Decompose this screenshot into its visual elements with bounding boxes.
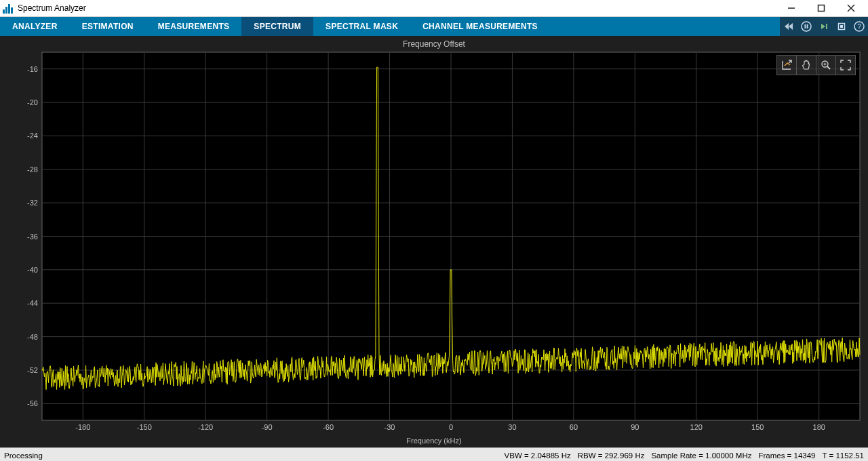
svg-marker-9 (821, 24, 825, 29)
svg-text:-32: -32 (27, 199, 38, 207)
window-title: Spectrum Analyzer (18, 3, 86, 13)
tab-spectrum[interactable]: SPECTRUM (241, 17, 313, 36)
titlebar: Spectrum Analyzer (0, 0, 868, 17)
tab-spectral-mask[interactable]: SPECTRAL MASK (313, 17, 410, 36)
svg-marker-4 (785, 23, 789, 30)
close-button[interactable] (842, 1, 860, 15)
tab-channel-measurements[interactable]: CHANNEL MEASUREMENTS (410, 17, 550, 36)
svg-text:-120: -120 (198, 423, 213, 431)
svg-text:-56: -56 (27, 399, 38, 407)
svg-text:-52: -52 (27, 366, 38, 374)
svg-text:180: 180 (813, 423, 825, 431)
svg-text:-30: -30 (384, 423, 395, 431)
svg-line-66 (827, 66, 830, 69)
status-time: T = 1152.51 (823, 452, 865, 460)
svg-rect-10 (826, 24, 827, 29)
svg-rect-12 (840, 25, 843, 28)
status-rbw: RBW = 292.969 Hz (578, 452, 645, 460)
svg-text:-36: -36 (27, 233, 38, 241)
svg-text:-60: -60 (323, 423, 334, 431)
svg-text:-90: -90 (262, 423, 273, 431)
svg-text:-44: -44 (27, 299, 38, 307)
tab-estimation[interactable]: ESTIMATION (70, 17, 146, 36)
status-bar: Processing VBW = 2.04885 Hz RBW = 292.96… (0, 447, 868, 461)
pan-icon[interactable] (796, 56, 816, 75)
svg-text:120: 120 (690, 423, 703, 431)
svg-text:?: ? (857, 23, 861, 31)
svg-point-6 (802, 22, 811, 31)
svg-text:-24: -24 (27, 132, 38, 140)
svg-text:150: 150 (751, 423, 764, 431)
svg-rect-8 (807, 24, 808, 28)
svg-text:-28: -28 (27, 165, 38, 174)
app-icon (3, 3, 14, 14)
spectrum-plot[interactable]: -180-150-120-90-60-300306090120150180-56… (0, 36, 868, 447)
svg-text:0: 0 (449, 423, 453, 431)
maximize-button[interactable] (812, 1, 830, 15)
svg-text:90: 90 (631, 423, 639, 431)
status-left: Processing (4, 452, 43, 460)
svg-rect-7 (805, 24, 806, 28)
svg-text:-16: -16 (27, 65, 38, 73)
svg-text:-150: -150 (137, 423, 152, 431)
svg-rect-1 (818, 5, 825, 12)
minimize-button[interactable] (783, 1, 800, 15)
step-button[interactable] (815, 17, 833, 36)
stop-button[interactable] (833, 17, 850, 36)
fullscreen-icon[interactable] (835, 56, 855, 75)
autoscale-icon[interactable] (777, 56, 796, 75)
svg-text:-180: -180 (75, 423, 90, 431)
zoom-icon[interactable] (816, 56, 835, 75)
svg-text:-20: -20 (27, 98, 38, 106)
svg-marker-5 (789, 23, 793, 30)
svg-text:-48: -48 (27, 333, 38, 341)
tab-measurements[interactable]: MEASUREMENTS (146, 17, 242, 36)
plot-toolbar (776, 55, 856, 75)
svg-text:-40: -40 (27, 266, 38, 274)
status-sample-rate: Sample Rate = 1.00000 MHz (651, 452, 751, 460)
tab-analyzer[interactable]: ANALYZER (0, 17, 70, 36)
ribbon-tabs: ANALYZERESTIMATIONMEASUREMENTSSPECTRUMSP… (0, 17, 868, 36)
help-button[interactable]: ? (850, 17, 868, 36)
svg-text:30: 30 (508, 423, 516, 431)
pause-button[interactable] (797, 17, 815, 36)
rewind-button[interactable] (780, 17, 797, 36)
status-vbw: VBW = 2.04885 Hz (505, 452, 571, 460)
status-frames: Frames = 14349 (758, 452, 815, 460)
svg-text:60: 60 (570, 423, 578, 431)
plot-area: Frequency Offset Magnitude-squared, dB (… (0, 36, 868, 447)
toolbar-controls: ? (780, 17, 868, 36)
